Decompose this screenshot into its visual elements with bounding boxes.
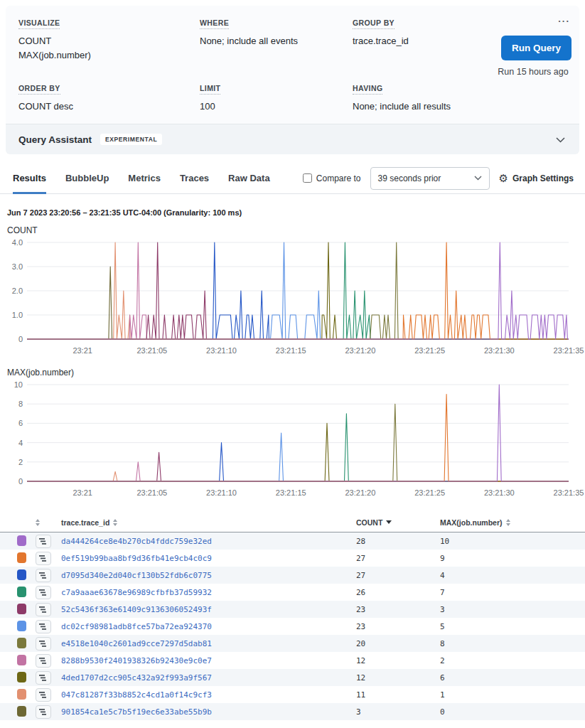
trace-waterfall-icon	[39, 572, 48, 579]
trace-id-link[interactable]: 047c81287f33b8852c4cd1a0f14c9cf3	[61, 690, 212, 700]
trace-id-link[interactable]: c7a9aaae63678e96989cfbfb37d59932	[61, 588, 212, 597]
trace-id-column-header[interactable]: trace.trace_id	[61, 518, 356, 527]
max-column-header[interactable]: MAX(job.number)	[440, 518, 574, 527]
svg-text:6: 6	[18, 419, 23, 428]
table-row[interactable]: d7095d340e2d040cf130b52fdb6c0775 27 4	[0, 567, 585, 584]
trace-waterfall-icon	[39, 623, 48, 631]
svg-text:23:21:35: 23:21:35	[554, 346, 584, 355]
compare-to-control[interactable]: Compare to	[303, 173, 361, 183]
query-builder-panel: VISUALIZE COUNT MAX(job.number) WHERE No…	[6, 6, 579, 124]
limit-value[interactable]: 100	[200, 100, 353, 114]
clause-limit[interactable]: LIMIT 100	[200, 81, 353, 114]
series-color-swatch	[17, 569, 26, 580]
trace-id-link[interactable]: e4518e1040c2601ad9cce7297d5dab81	[61, 639, 212, 648]
sort-icon	[113, 519, 117, 526]
series-color-swatch	[17, 587, 26, 597]
group-by-value[interactable]: trace.trace_id	[353, 34, 495, 48]
group-by-label: GROUP BY	[353, 18, 395, 29]
series-color-swatch	[17, 621, 26, 631]
count-line-chart[interactable]: 4.03.02.01.0023:2123:21:0523:21:1023:21:…	[0, 237, 585, 359]
tab-results[interactable]: Results	[13, 163, 46, 194]
having-value[interactable]: None; include all results	[353, 100, 495, 114]
trace-id-link[interactable]: 901854ca1e5c7b5f19ec6e33abe55b9b	[61, 707, 212, 717]
table-row[interactable]: dc02cf98981adb8fce57ba72ea924370 23 5	[0, 618, 585, 635]
count-column-header[interactable]: COUNT	[356, 518, 440, 527]
view-trace-button[interactable]	[36, 586, 51, 599]
clause-where[interactable]: WHERE None; include all events	[200, 16, 353, 63]
run-query-button[interactable]: Run Query	[501, 36, 571, 60]
table-row[interactable]: da444264ce8e4b270cb4fddc759e32ed 28 10	[0, 532, 585, 550]
tab-raw-data[interactable]: Raw Data	[228, 163, 270, 194]
view-trace-button[interactable]	[36, 603, 51, 616]
chevron-down-icon[interactable]	[556, 133, 565, 146]
visualize-value-max[interactable]: MAX(job.number)	[18, 48, 200, 63]
table-row[interactable]: 901854ca1e5c7b5f19ec6e33abe55b9b 3 0	[0, 703, 585, 720]
tab-metrics[interactable]: Metrics	[128, 163, 161, 194]
clause-visualize[interactable]: VISUALIZE COUNT MAX(job.number)	[18, 16, 200, 63]
svg-text:23:21:20: 23:21:20	[345, 346, 376, 355]
trace-waterfall-icon	[39, 657, 48, 665]
trace-id-link[interactable]: d7095d340e2d040cf130b52fdb6c0775	[61, 571, 212, 580]
series-color-swatch	[17, 706, 26, 717]
experimental-badge: EXPERIMENTAL	[100, 134, 162, 145]
tab-bubbleup[interactable]: BubbleUp	[65, 163, 109, 194]
view-trace-button[interactable]	[36, 654, 51, 668]
max-cell: 4	[440, 571, 574, 580]
trace-id-link[interactable]: da444264ce8e4b270cb4fddc759e32ed	[61, 537, 212, 546]
view-trace-button[interactable]	[36, 620, 51, 633]
trace-id-link[interactable]: dc02cf98981adb8fce57ba72ea924370	[61, 622, 212, 631]
trace-id-link[interactable]: 8288b9530f2401938326b92430e9c0e7	[61, 656, 212, 665]
trace-id-link[interactable]: 4ded1707d2cc905c432a92f993a9f567	[61, 673, 212, 682]
svg-text:23:21:35: 23:21:35	[554, 488, 584, 497]
view-trace-button[interactable]	[36, 705, 51, 719]
count-cell: 27	[356, 554, 440, 563]
clause-group-by[interactable]: GROUP BY trace.trace_id	[353, 16, 495, 63]
tabs: ResultsBubbleUpMetricsTracesRaw Data	[13, 163, 289, 194]
trace-id-link[interactable]: 52c5436f363e61409c9136306052493f	[61, 605, 212, 614]
table-row[interactable]: 52c5436f363e61409c9136306052493f 23 3	[0, 601, 585, 618]
clause-having[interactable]: HAVING None; include all results	[353, 81, 495, 114]
count-chart-title: COUNT	[7, 225, 585, 235]
trace-id-link[interactable]: 0ef519b99baa8bf9d36fb41e9cb4c0c9	[61, 554, 212, 563]
max-cell: 10	[440, 537, 574, 546]
table-row[interactable]: 0ef519b99baa8bf9d36fb41e9cb4c0c9 27 9	[0, 550, 585, 567]
visualize-value-count[interactable]: COUNT	[18, 34, 200, 48]
row-sort-header[interactable]	[36, 519, 61, 526]
max-line-chart[interactable]: 108642023:2123:21:0523:21:1023:21:1523:2…	[0, 379, 585, 501]
graph-settings-button[interactable]: ⚙ Graph Settings	[499, 173, 574, 183]
where-value[interactable]: None; include all events	[200, 34, 353, 48]
table-row[interactable]: 8288b9530f2401938326b92430e9c0e7 12 2	[0, 652, 585, 669]
table-row[interactable]: 047c81287f33b8852c4cd1a0f14c9cf3 11 1	[0, 686, 585, 703]
tab-traces[interactable]: Traces	[180, 163, 209, 194]
compare-to-checkbox[interactable]	[303, 173, 312, 183]
series-color-swatch	[17, 604, 26, 614]
query-assistant-bar[interactable]: Query Assistant EXPERIMENTAL	[6, 124, 579, 154]
svg-text:23:21:30: 23:21:30	[484, 346, 515, 355]
panel-menu-icon[interactable]: ...	[557, 16, 571, 23]
count-cell: 3	[356, 707, 440, 717]
view-trace-button[interactable]	[36, 569, 51, 582]
table-row[interactable]: e4518e1040c2601ad9cce7297d5dab81 20 8	[0, 635, 585, 652]
trace-waterfall-icon	[39, 674, 48, 682]
results-table-header: trace.trace_id COUNT MAX(job.number)	[0, 513, 585, 532]
table-row[interactable]: 4ded1707d2cc905c432a92f993a9f567 12 6	[0, 669, 585, 686]
view-trace-button[interactable]	[36, 552, 51, 565]
order-by-value[interactable]: COUNT desc	[18, 100, 200, 114]
view-trace-button[interactable]	[36, 637, 51, 651]
order-by-label: ORDER BY	[18, 84, 60, 95]
view-trace-button[interactable]	[36, 671, 51, 685]
max-cell: 8	[440, 639, 574, 648]
sort-desc-icon	[386, 520, 392, 524]
clause-order-by[interactable]: ORDER BY COUNT desc	[18, 81, 200, 114]
table-row[interactable]: c7a9aaae63678e96989cfbfb37d59932 26 7	[0, 584, 585, 601]
view-trace-button[interactable]	[36, 535, 51, 548]
sort-icon	[36, 519, 40, 526]
compare-period-dropdown[interactable]: 39 seconds prior	[370, 167, 490, 190]
svg-text:23:21:05: 23:21:05	[136, 488, 167, 497]
limit-label: LIMIT	[200, 84, 220, 95]
view-trace-button[interactable]	[36, 688, 51, 702]
time-range-heading: Jun 7 2023 23:20:56 – 23:21:35 UTC-04:00…	[7, 208, 574, 217]
svg-text:0: 0	[18, 477, 23, 486]
svg-text:2.0: 2.0	[12, 287, 23, 295]
svg-text:4: 4	[18, 439, 23, 447]
